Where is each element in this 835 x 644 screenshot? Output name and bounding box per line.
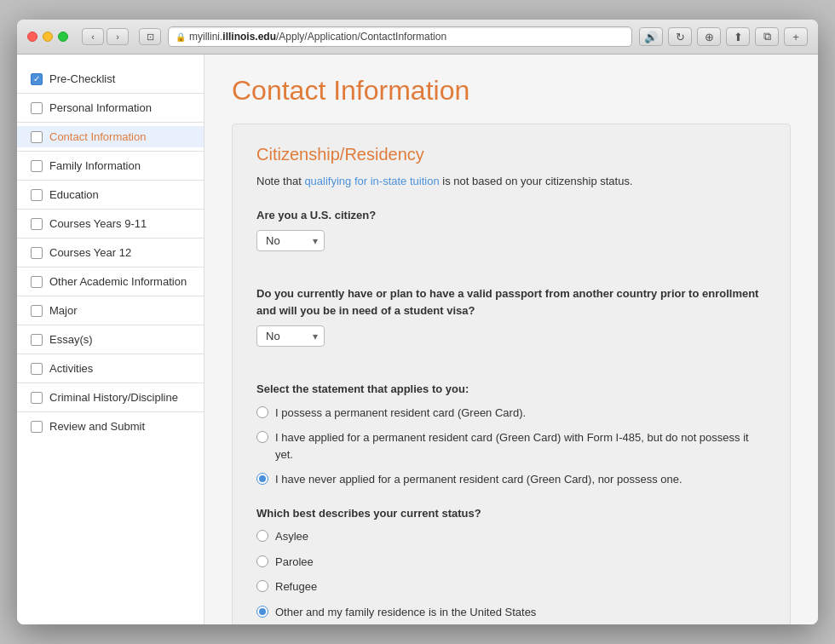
q3-option-1-label: I have applied for a permanent resident …	[275, 429, 766, 463]
q3-radio-0[interactable]	[256, 406, 268, 418]
duplicate-button[interactable]: ⧉	[755, 27, 779, 46]
sidebar: ✓ Pre-Checklist Personal Information Con…	[17, 55, 204, 624]
note-prefix: Note that	[256, 175, 304, 187]
checkbox-personal-information[interactable]	[31, 102, 43, 114]
share-button[interactable]: ⬆	[726, 27, 750, 46]
q1-select[interactable]: No Yes	[256, 230, 325, 251]
q4-label: Which best describes your current status…	[256, 505, 766, 522]
sidebar-label-contact-information: Contact Information	[49, 130, 146, 143]
sidebar-divider-1	[17, 93, 204, 94]
sidebar-item-criminal-history[interactable]: Criminal History/Discipline	[17, 387, 204, 408]
checkbox-education[interactable]	[31, 189, 43, 201]
q3-option-2[interactable]: I have never applied for a permanent res…	[256, 471, 766, 488]
sidebar-item-pre-checklist[interactable]: ✓ Pre-Checklist	[17, 68, 204, 89]
sidebar-label-education: Education	[49, 188, 99, 201]
note-suffix: is not based on your citizenship status.	[440, 175, 633, 187]
sidebar-divider-2	[17, 122, 204, 123]
sidebar-divider-10	[17, 354, 204, 354]
browser-window: ‹ › ⊡ 🔒 myillini.illinois.edu/Apply/Appl…	[17, 20, 818, 624]
q2-label: Do you currently have or plan to have a …	[256, 285, 766, 319]
refresh-button[interactable]: ↻	[668, 27, 692, 46]
new-tab-button[interactable]: +	[784, 27, 808, 46]
nav-buttons: ‹ ›	[82, 28, 129, 45]
section-title: Citizenship/Residency	[256, 145, 766, 164]
sidebar-divider-5	[17, 209, 204, 210]
q4-option-0[interactable]: Asylee	[256, 528, 766, 545]
sidebar-item-activities[interactable]: Activities	[17, 358, 204, 379]
q3-radio-1[interactable]	[256, 431, 268, 443]
sidebar-item-personal-information[interactable]: Personal Information	[17, 97, 204, 118]
q2-select[interactable]: No Yes	[256, 325, 325, 347]
maximize-button[interactable]	[58, 32, 68, 42]
q1-section: Are you a U.S. citizen? No Yes	[256, 207, 766, 269]
browser-chrome: ‹ › ⊡ 🔒 myillini.illinois.edu/Apply/Appl…	[17, 20, 818, 55]
sidebar-label-activities: Activities	[49, 362, 93, 375]
sidebar-label-courses-year-12: Courses Year 12	[49, 246, 131, 259]
q4-option-2-label: Refugee	[275, 578, 317, 595]
checkbox-pre-checklist[interactable]: ✓	[31, 73, 43, 85]
q4-radio-2[interactable]	[256, 580, 268, 592]
checkbox-contact-information[interactable]	[31, 131, 43, 143]
sidebar-item-courses-year-12[interactable]: Courses Year 12	[17, 242, 204, 263]
sidebar-label-personal-information: Personal Information	[49, 101, 152, 114]
sidebar-item-essays[interactable]: Essay(s)	[17, 329, 204, 350]
q4-option-0-label: Asylee	[275, 528, 308, 545]
sidebar-label-criminal-history: Criminal History/Discipline	[49, 391, 178, 404]
main-content: Contact Information Citizenship/Residenc…	[204, 55, 818, 624]
checkbox-family-information[interactable]	[31, 160, 43, 172]
close-button[interactable]	[27, 32, 37, 42]
checkbox-other-academic[interactable]	[31, 276, 43, 288]
audio-button[interactable]: 🔊	[639, 27, 663, 46]
checkbox-activities[interactable]	[31, 363, 43, 375]
forward-button[interactable]: ›	[107, 28, 129, 45]
in-state-tuition-link[interactable]: qualifying for in-state tuition	[304, 175, 439, 187]
q4-option-3[interactable]: Other and my family residence is in the …	[256, 604, 766, 621]
sidebar-divider-3	[17, 151, 204, 152]
sidebar-divider-8	[17, 296, 204, 296]
lock-icon: 🔒	[176, 32, 186, 42]
q3-option-0[interactable]: I possess a permanent resident card (Gre…	[256, 405, 766, 422]
q3-option-1[interactable]: I have applied for a permanent resident …	[256, 429, 766, 463]
q4-option-1[interactable]: Parolee	[256, 554, 766, 571]
checkbox-major[interactable]	[31, 305, 43, 317]
q2-section: Do you currently have or plan to have a …	[256, 285, 766, 364]
sidebar-item-other-academic[interactable]: Other Academic Information	[17, 271, 204, 292]
sidebar-label-review-submit: Review and Submit	[49, 420, 145, 433]
back-button[interactable]: ‹	[82, 28, 104, 45]
checkbox-courses-year-12[interactable]	[31, 247, 43, 259]
sidebar-label-major: Major	[49, 304, 78, 317]
download-button[interactable]: ⊕	[697, 27, 721, 46]
minimize-button[interactable]	[43, 32, 53, 42]
sidebar-item-courses-years-9-11[interactable]: Courses Years 9-11	[17, 213, 204, 234]
q3-section: Select the statement that applies to you…	[256, 381, 766, 488]
sidebar-item-contact-information[interactable]: Contact Information	[17, 126, 204, 147]
q3-option-2-label: I have never applied for a permanent res…	[275, 471, 682, 488]
q4-option-1-label: Parolee	[275, 554, 314, 571]
q4-radio-0[interactable]	[256, 530, 268, 542]
sidebar-item-family-information[interactable]: Family Information	[17, 155, 204, 176]
reader-view-button[interactable]: ⊡	[139, 28, 161, 45]
checkbox-review-submit[interactable]	[31, 421, 43, 433]
address-bar[interactable]: 🔒 myillini.illinois.edu/Apply/Applicatio…	[168, 26, 632, 47]
sidebar-label-other-academic: Other Academic Information	[49, 275, 187, 288]
checkbox-courses-years-9-11[interactable]	[31, 218, 43, 230]
sidebar-divider-9	[17, 325, 204, 325]
sidebar-item-review-submit[interactable]: Review and Submit	[17, 416, 204, 437]
q4-option-2[interactable]: Refugee	[256, 578, 766, 595]
q4-radio-1[interactable]	[256, 555, 268, 567]
browser-content: ✓ Pre-Checklist Personal Information Con…	[17, 55, 818, 624]
sidebar-item-major[interactable]: Major	[17, 300, 204, 321]
sidebar-item-education[interactable]: Education	[17, 184, 204, 205]
url-text: myillini.illinois.edu/Apply/Application/…	[189, 31, 446, 43]
traffic-lights	[27, 32, 68, 42]
q3-radio-group: I possess a permanent resident card (Gre…	[256, 405, 766, 488]
q4-option-3-label: Other and my family residence is in the …	[275, 604, 536, 621]
sidebar-label-family-information: Family Information	[49, 159, 141, 172]
sidebar-divider-7	[17, 267, 204, 267]
page-title: Contact Information	[232, 75, 791, 106]
q4-radio-3[interactable]	[256, 606, 268, 618]
q3-radio-2[interactable]	[256, 473, 268, 485]
checkbox-criminal-history[interactable]	[31, 392, 43, 404]
checkbox-essays[interactable]	[31, 334, 43, 346]
sidebar-label-pre-checklist: Pre-Checklist	[49, 72, 115, 85]
